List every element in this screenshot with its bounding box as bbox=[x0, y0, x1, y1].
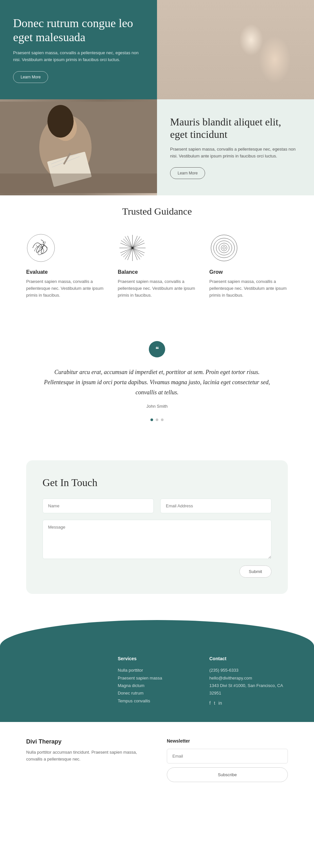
svg-point-47 bbox=[221, 245, 227, 251]
balance-icon bbox=[118, 233, 147, 262]
footer-empty-col bbox=[26, 656, 105, 706]
trusted-heading: Trusted Guidance bbox=[26, 206, 288, 217]
svg-line-23 bbox=[123, 239, 133, 248]
hero-text-top: Donec rutrum congue leo eget malesuada P… bbox=[0, 0, 157, 99]
facebook-icon[interactable]: f bbox=[209, 701, 211, 706]
grow-icon bbox=[209, 233, 239, 262]
hero-text-bottom: Mauris blandit aliquet elit, eget tincid… bbox=[157, 99, 314, 195]
svg-point-11 bbox=[48, 105, 74, 137]
service-item-4[interactable]: Donec rutrum bbox=[118, 689, 196, 697]
svg-rect-6 bbox=[270, 46, 296, 79]
hero-description-1: Praesent sapien massa, convallis a pelle… bbox=[13, 50, 144, 63]
social-icons: f t in bbox=[209, 701, 288, 706]
hero-image-bottom bbox=[0, 99, 157, 195]
service-item-2[interactable]: Praesent sapien massa bbox=[118, 674, 196, 682]
footer-contact: Contact (235) 955-6333 hello@divitherapy… bbox=[209, 656, 288, 706]
service-item-3[interactable]: Magna dictum bbox=[118, 682, 196, 689]
footer-brand: Divi Therapy Nulla porttitor accumsan ti… bbox=[26, 738, 147, 782]
contact-card: Get In Touch Submit bbox=[26, 460, 288, 594]
brand-description: Nulla porttitor accumsan tincidunt. Prae… bbox=[26, 749, 147, 763]
footer-services: Services Nulla porttitor Praesent sapien… bbox=[118, 656, 196, 706]
svg-point-2 bbox=[246, 13, 264, 34]
testimonial-dots bbox=[39, 418, 275, 421]
svg-rect-3 bbox=[242, 46, 268, 79]
svg-rect-7 bbox=[157, 69, 314, 95]
svg-point-17 bbox=[27, 234, 55, 262]
contact-title: Get In Touch bbox=[42, 477, 272, 489]
hero-illustration-1 bbox=[157, 0, 314, 99]
contact-heading: Contact bbox=[209, 656, 288, 661]
footer-bottom: Divi Therapy Nulla porttitor accumsan ti… bbox=[0, 722, 314, 798]
svg-rect-0 bbox=[157, 4, 314, 95]
message-field bbox=[42, 520, 272, 560]
name-field bbox=[42, 498, 154, 513]
dot-2[interactable] bbox=[156, 418, 158, 421]
newsletter-heading: Newsletter bbox=[167, 738, 288, 744]
contact-section: Get In Touch Submit bbox=[0, 441, 314, 614]
svg-point-46 bbox=[219, 243, 229, 253]
dot-1[interactable] bbox=[150, 418, 153, 421]
contact-form-row bbox=[42, 498, 272, 513]
svg-line-26 bbox=[123, 248, 133, 257]
service-item-5[interactable]: Tempus convallis bbox=[118, 697, 196, 705]
svg-line-36 bbox=[133, 248, 140, 259]
svg-line-37 bbox=[121, 241, 133, 248]
balance-title: Balance bbox=[118, 269, 196, 275]
trusted-item-evaluate: Evaluate Praesent sapien massa, convalli… bbox=[26, 233, 105, 299]
hero-photo-2 bbox=[0, 99, 157, 195]
name-input[interactable] bbox=[42, 498, 154, 513]
svg-line-25 bbox=[133, 239, 142, 248]
balance-description: Praesent sapien massa, convallis a pelle… bbox=[118, 278, 196, 299]
svg-point-5 bbox=[273, 11, 290, 31]
email-input[interactable] bbox=[160, 498, 272, 513]
form-submit-area: Submit bbox=[42, 565, 272, 578]
trusted-section: Trusted Guidance Evaluate Praesent sapie… bbox=[0, 183, 314, 321]
svg-point-4 bbox=[266, 16, 296, 51]
svg-point-48 bbox=[223, 247, 225, 249]
brand-name: Divi Therapy bbox=[26, 738, 147, 745]
testimonial-author: John Smith bbox=[39, 404, 275, 409]
subscribe-button[interactable]: Subscribe bbox=[167, 767, 288, 782]
svg-line-40 bbox=[133, 241, 144, 248]
svg-point-43 bbox=[211, 235, 237, 261]
svg-point-1 bbox=[239, 17, 272, 56]
svg-line-39 bbox=[121, 248, 133, 255]
submit-button[interactable]: Submit bbox=[239, 565, 272, 578]
evaluate-description: Praesent sapien massa, convallis a pelle… bbox=[26, 278, 105, 299]
hero-title-2: Mauris blandit aliquet elit, eget tincid… bbox=[170, 116, 301, 141]
contact-address: 1343 Divi St #1000, San Francisco, CA 32… bbox=[209, 682, 288, 697]
svg-line-41 bbox=[133, 237, 140, 248]
hero-section: Donec rutrum congue leo eget malesuada P… bbox=[0, 0, 314, 183]
contact-email: hello@divitherapy.com bbox=[209, 674, 288, 682]
testimonial-quote: Curabitur arcu erat, accumsan id imperdi… bbox=[39, 367, 275, 397]
hero-title-1: Donec rutrum congue leo eget malesuada bbox=[13, 16, 144, 44]
linkedin-icon[interactable]: in bbox=[219, 701, 222, 706]
hero-learn-more-2[interactable]: Learn More bbox=[170, 167, 205, 179]
trusted-item-grow: Grow Praesent sapien massa, convallis a … bbox=[209, 233, 288, 299]
svg-line-35 bbox=[125, 237, 133, 248]
svg-rect-16 bbox=[0, 174, 157, 193]
newsletter-input[interactable] bbox=[167, 749, 288, 764]
evaluate-icon bbox=[26, 233, 56, 262]
dot-3[interactable] bbox=[161, 418, 164, 421]
email-field bbox=[160, 498, 272, 513]
footer-top: Services Nulla porttitor Praesent sapien… bbox=[0, 633, 314, 722]
contact-phone: (235) 955-6333 bbox=[209, 666, 288, 674]
footer-newsletter: Newsletter Subscribe bbox=[167, 738, 288, 782]
trusted-grid: Evaluate Praesent sapien massa, convalli… bbox=[26, 233, 288, 299]
hero-illustration-2 bbox=[0, 99, 157, 195]
hero-learn-more-1[interactable]: Learn More bbox=[13, 71, 48, 83]
svg-line-38 bbox=[133, 248, 144, 255]
grow-title: Grow bbox=[209, 269, 288, 275]
hero-description-2: Praesent sapien massa, convallis a pelle… bbox=[170, 146, 301, 160]
message-input[interactable] bbox=[42, 520, 272, 559]
footer-grid: Services Nulla porttitor Praesent sapien… bbox=[26, 656, 288, 706]
svg-point-44 bbox=[213, 238, 234, 258]
service-item-1[interactable]: Nulla porttitor bbox=[118, 666, 196, 674]
services-heading: Services bbox=[118, 656, 196, 661]
svg-point-45 bbox=[216, 241, 232, 255]
twitter-icon[interactable]: t bbox=[214, 701, 215, 706]
testimonial-section: ❝ Curabitur arcu erat, accumsan id imper… bbox=[0, 321, 314, 441]
hero-image-top bbox=[157, 0, 314, 99]
svg-line-24 bbox=[133, 248, 142, 257]
